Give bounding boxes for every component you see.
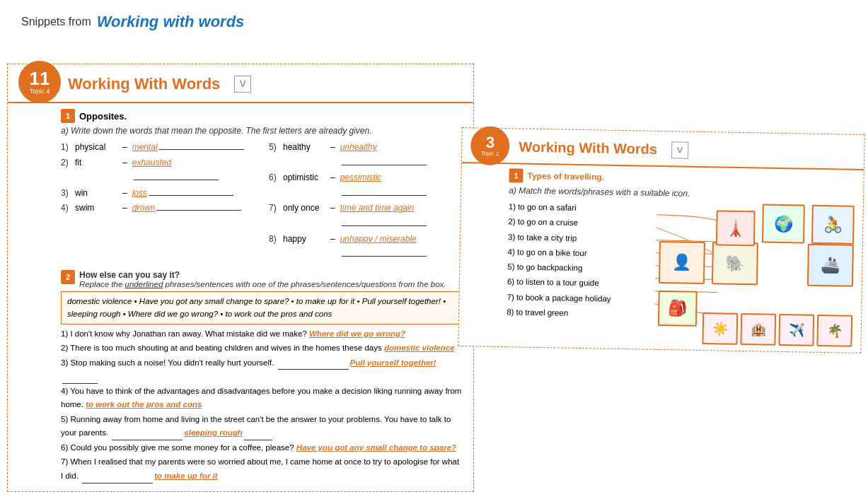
- ex2-instruction: Replace the underlined phrases/sentences…: [79, 280, 463, 288]
- right-ex1-number: 1: [509, 168, 523, 182]
- opp-item-4: 4) swim – drown: [61, 201, 255, 216]
- opp-item-3: 3) win – loss: [61, 186, 255, 201]
- right-version-box: V: [671, 141, 688, 158]
- travel-icons-area: 🚴 🌍 👤 🐘 🚢 🗼 🎒 ☀️ 🏨 ✈️ 🌴: [654, 202, 854, 347]
- phrase-box: domestic violence • Have you got any sma…: [61, 291, 463, 324]
- travel-section: 1) to go on a safari 2) to go on a cruis…: [506, 199, 854, 347]
- ex2-number: 2: [61, 270, 75, 284]
- opposites-grid: 1) physical – mental 2) fit – exhausted …: [61, 140, 463, 262]
- left-version-box: V: [234, 76, 251, 93]
- exercise2-label: 2 How else can you say it? Replace the u…: [61, 269, 463, 288]
- right-ex1-label: 1 Types of travelling.: [509, 168, 855, 189]
- opp-item-6: 6) optimistic – pessimistic: [269, 170, 463, 201]
- fill-item-4: 4) You have to think of the advantages a…: [61, 385, 463, 412]
- travel-icon-palm: 🌴: [816, 315, 852, 347]
- left-worksheet-title: Working With Words: [68, 75, 220, 93]
- opposites-right-col: 5) healthy – unhealthy 6) optimistic – p…: [269, 140, 463, 262]
- left-unit-sub: Topic 4: [30, 88, 50, 95]
- travel-icon-guide: 👤: [659, 241, 705, 284]
- fill-item-3: 3) Stop making such a noise! You didn't …: [61, 356, 463, 384]
- ex1-title: Opposites.: [79, 111, 127, 122]
- opp-item-1: 1) physical – mental: [61, 140, 255, 156]
- travel-icon-city: 🗼: [716, 210, 756, 246]
- fill-item-1: 1) I don't know why Jonathan ran away. W…: [61, 327, 463, 341]
- right-unit-number: 3: [486, 135, 495, 151]
- right-unit-sub: Topic 1: [481, 151, 499, 157]
- left-unit-number: 11: [30, 69, 50, 88]
- opp-item-2: 2) fit – exhausted: [61, 156, 255, 186]
- opp-item-8: 8) happy – unhappy / miserable: [269, 232, 463, 262]
- ex1-number: 1: [61, 109, 75, 123]
- header-plain-text: Snippets from: [21, 16, 91, 28]
- opp-item-7: 7) only once – time and time again: [269, 201, 463, 231]
- fill-items: 1) I don't know why Jonathan ran away. W…: [61, 327, 463, 484]
- travel-icon-backpack: 🎒: [658, 291, 698, 327]
- left-worksheet-header: 11 Topic 4 Working With Words V: [8, 64, 473, 103]
- travel-icon-hotel: 🏨: [740, 313, 776, 346]
- fill-item-5: 5) Running away from home and living in …: [61, 413, 463, 440]
- left-unit-badge: 11 Topic 4: [18, 61, 61, 103]
- page-header: Snippets from Working with words: [0, 0, 868, 38]
- right-worksheet-header: 3 Topic 1 Working With Words V: [462, 128, 864, 170]
- travel-icon-elephant: 🐘: [712, 242, 758, 285]
- travel-icon-plane: ✈️: [778, 314, 814, 346]
- right-worksheet-body: 1 Types of travelling. a) Match the word…: [497, 164, 863, 353]
- travel-icon-cruise: 🚢: [807, 244, 854, 287]
- left-worksheet-body: 1 Opposites. a) Write down the words tha…: [50, 103, 473, 491]
- right-ex1-instruction: a) Match the words/phrases with a suitab…: [509, 185, 855, 201]
- travel-icon-bike: 🚴: [811, 205, 855, 245]
- ex2-title: How else can you say it?: [79, 269, 463, 280]
- right-worksheet-title: Working With Words: [519, 139, 657, 157]
- exercise1-label: 1 Opposites.: [61, 109, 463, 123]
- opposites-left-col: 1) physical – mental 2) fit – exhausted …: [61, 140, 255, 262]
- opp-item-5: 5) healthy – unhealthy: [269, 140, 463, 170]
- ex1-instruction: a) Write down the words that mean the op…: [61, 126, 463, 136]
- fill-item-2: 2) There is too much shouting at and bea…: [61, 341, 463, 356]
- travel-icon-globe: 🌍: [762, 204, 805, 243]
- right-worksheet: 3 Topic 1 Working With Words V 1 Types o…: [458, 127, 864, 353]
- header-styled-text: Working with words: [97, 13, 245, 31]
- left-worksheet: 11 Topic 4 Working With Words V 1 Opposi…: [7, 64, 474, 492]
- right-ex1-title: Types of travelling.: [527, 171, 604, 182]
- right-unit-badge: 3 Topic 1: [470, 126, 510, 165]
- travel-list: 1) to go on a safari 2) to go on a cruis…: [507, 199, 651, 322]
- fill-item-6: 6) Could you possibly give me some money…: [61, 441, 463, 455]
- travel-icon-sun: ☀️: [702, 312, 738, 345]
- fill-item-7: 7) When I realised that my parents were …: [61, 455, 463, 483]
- travel-item-8: 8) to travel green: [507, 305, 649, 322]
